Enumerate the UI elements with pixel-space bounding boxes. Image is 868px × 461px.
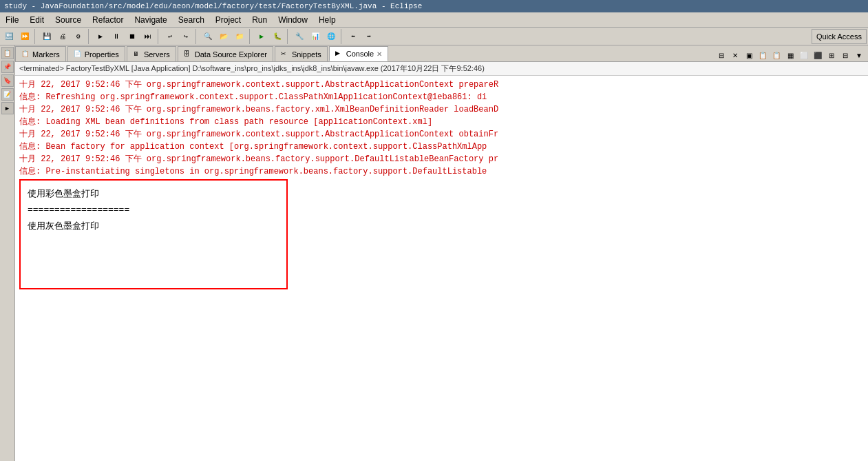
toolbar-btn-ext3[interactable]: 🌐 bbox=[324, 29, 339, 44]
console-tab-close[interactable]: ✕ bbox=[377, 50, 382, 58]
toolbar-sep-7 bbox=[341, 29, 343, 44]
tab-console[interactable]: ▶ Console ✕ bbox=[329, 46, 388, 61]
sidebar: 📋 📌 🔖 📝 ▶ bbox=[0, 45, 15, 461]
snippets-tab-icon: ✂ bbox=[281, 50, 289, 59]
console-line-8: 信息: Pre-instantiating singletons in org.… bbox=[19, 165, 864, 178]
highlighted-line-1: 使用彩色墨盒打印 bbox=[28, 186, 279, 202]
toolbar-btn-8[interactable]: ⏭ bbox=[140, 29, 156, 44]
toolbar-btn-13[interactable]: 📁 bbox=[232, 29, 247, 44]
tab-markers-label: Markers bbox=[32, 50, 60, 59]
menu-refactor[interactable]: Refactor bbox=[87, 12, 129, 27]
console-header-text: <terminated> FactoryTestByXML [Java Appl… bbox=[19, 63, 485, 74]
toolbar-sep-1 bbox=[34, 29, 37, 44]
tab-action-chevron[interactable]: ▼ bbox=[853, 49, 865, 61]
toolbar-btn-12[interactable]: 📂 bbox=[216, 29, 231, 44]
content-area: 📋 Markers 📄 Properties 🖥 Servers 🗄 Data … bbox=[15, 45, 868, 461]
menu-window[interactable]: Window bbox=[273, 12, 313, 27]
toolbar-btn-11[interactable]: 🔍 bbox=[200, 29, 215, 44]
menu-navigate[interactable]: Navigate bbox=[129, 12, 172, 27]
tab-action-6[interactable]: ▦ bbox=[784, 49, 796, 61]
toolbar-btn-1[interactable]: 🔙 bbox=[1, 29, 17, 44]
tab-markers[interactable]: 📋 Markers bbox=[15, 46, 66, 61]
toolbar-btn-4[interactable]: ⚙ bbox=[71, 29, 86, 44]
toolbar-btn-3[interactable]: 🖨 bbox=[55, 29, 70, 44]
console-line-7: 十月 22, 2017 9:52:46 下午 org.springframewo… bbox=[19, 153, 864, 165]
tab-action-1[interactable]: ⊟ bbox=[715, 49, 728, 61]
tab-bar: 📋 Markers 📄 Properties 🖥 Servers 🗄 Data … bbox=[15, 45, 868, 62]
toolbar-sep-6 bbox=[287, 29, 290, 44]
console-output[interactable]: 十月 22, 2017 9:52:46 下午 org.springframewo… bbox=[15, 76, 868, 461]
highlighted-line-blank2 bbox=[28, 251, 279, 267]
tab-servers-label: Servers bbox=[144, 50, 170, 59]
menu-run[interactable]: Run bbox=[246, 12, 273, 27]
tab-snippets[interactable]: ✂ Snippets bbox=[275, 46, 328, 61]
tab-actions: ⊟ ✕ ▣ 📋 📋 ▦ ⬜ ⬛ ⊞ ⊟ ▼ bbox=[715, 49, 868, 61]
menu-search[interactable]: Search bbox=[173, 12, 210, 27]
toolbar-btn-debug[interactable]: 🐛 bbox=[270, 29, 285, 44]
tab-action-7[interactable]: ⊞ bbox=[825, 49, 838, 61]
toolbar-btn-ext1[interactable]: 🔧 bbox=[292, 29, 307, 44]
toolbar: 🔙 ⏩ 💾 🖨 ⚙ ▶ ⏸ ⏹ ⏭ ↩ ↪ 🔍 📂 📁 ▶ 🐛 🔧 📊 🌐 ⬅ … bbox=[0, 28, 868, 45]
tab-servers[interactable]: 🖥 Servers bbox=[127, 46, 176, 61]
toolbar-btn-10[interactable]: ↪ bbox=[178, 29, 193, 44]
toolbar-btn-ext2[interactable]: 📊 bbox=[308, 29, 323, 44]
toolbar-sep-3 bbox=[158, 29, 160, 44]
toolbar-btn-ext5[interactable]: ➡ bbox=[361, 29, 377, 44]
console-line-5: 十月 22, 2017 9:52:46 下午 org.springframewo… bbox=[19, 128, 864, 141]
highlighted-line-2: =================== bbox=[28, 202, 279, 218]
menu-edit[interactable]: Edit bbox=[24, 12, 50, 27]
toolbar-sep-5 bbox=[249, 29, 252, 44]
sidebar-icon-2[interactable]: 📌 bbox=[1, 61, 14, 73]
console-line-6: 信息: Bean factory for application context… bbox=[19, 141, 864, 153]
main-area: 📋 📌 🔖 📝 ▶ 📋 Markers 📄 Properties 🖥 Serve… bbox=[0, 45, 868, 461]
tab-action-3[interactable]: ▣ bbox=[743, 49, 755, 61]
console-line-4: 信息: Loading XML bean definitions from cl… bbox=[19, 116, 864, 128]
datasource-tab-icon: 🗄 bbox=[184, 50, 192, 59]
menu-help[interactable]: Help bbox=[313, 12, 341, 27]
quick-access-button[interactable]: Quick Access bbox=[812, 29, 867, 44]
highlighted-line-blank bbox=[28, 234, 279, 250]
console-header: <terminated> FactoryTestByXML [Java Appl… bbox=[15, 62, 868, 76]
sidebar-icon-5[interactable]: ▶ bbox=[1, 102, 14, 114]
sidebar-icon-4[interactable]: 📝 bbox=[1, 88, 14, 101]
tab-properties[interactable]: 📄 Properties bbox=[67, 46, 125, 61]
properties-tab-icon: 📄 bbox=[74, 50, 82, 59]
toolbar-btn-6[interactable]: ⏸ bbox=[109, 29, 124, 44]
tab-action-minimize[interactable]: ⬜ bbox=[798, 49, 810, 61]
tab-action-maximize[interactable]: ⬛ bbox=[812, 49, 824, 61]
menu-project[interactable]: Project bbox=[210, 12, 246, 27]
toolbar-btn-5[interactable]: ▶ bbox=[93, 29, 108, 44]
tab-data-source-label: Data Source Explorer bbox=[195, 50, 267, 59]
highlighted-line-3: 使用灰色墨盒打印 bbox=[28, 218, 279, 234]
tab-data-source[interactable]: 🗄 Data Source Explorer bbox=[178, 46, 273, 61]
toolbar-btn-2[interactable]: ⏩ bbox=[17, 29, 32, 44]
menu-source[interactable]: Source bbox=[50, 12, 87, 27]
tab-action-5[interactable]: 📋 bbox=[770, 49, 783, 61]
console-empty-area bbox=[19, 289, 864, 393]
highlighted-line-blank3 bbox=[28, 267, 279, 283]
tab-action-4[interactable]: 📋 bbox=[756, 49, 769, 61]
markers-tab-icon: 📋 bbox=[21, 50, 30, 59]
tab-action-8[interactable]: ⊟ bbox=[839, 49, 851, 61]
console-tab-icon: ▶ bbox=[335, 50, 343, 58]
toolbar-btn-run[interactable]: ▶ bbox=[254, 29, 269, 44]
tab-snippets-label: Snippets bbox=[292, 50, 321, 59]
servers-tab-icon: 🖥 bbox=[133, 50, 141, 59]
toolbar-btn-7[interactable]: ⏹ bbox=[125, 29, 140, 44]
sidebar-icon-1[interactable]: 📋 bbox=[1, 47, 14, 59]
toolbar-btn-ext4[interactable]: ⬅ bbox=[346, 29, 361, 44]
menu-file[interactable]: File bbox=[0, 12, 24, 27]
console-line-3: 十月 22, 2017 9:52:46 下午 org.springframewo… bbox=[19, 103, 864, 116]
toolbar-btn-save[interactable]: 💾 bbox=[39, 29, 54, 44]
highlighted-output-box: 使用彩色墨盒打印 =================== 使用灰色墨盒打印 bbox=[19, 179, 288, 289]
sidebar-icon-3[interactable]: 🔖 bbox=[1, 74, 14, 87]
menu-bar: File Edit Source Refactor Navigate Searc… bbox=[0, 12, 868, 28]
tab-properties-label: Properties bbox=[85, 50, 119, 59]
title-text: study - JavaFoundation/src/model/edu/aeo… bbox=[4, 2, 422, 10]
toolbar-sep-2 bbox=[88, 29, 91, 44]
toolbar-btn-9[interactable]: ↩ bbox=[162, 29, 178, 44]
console-line-2: 信息: Refreshing org.springframework.conte… bbox=[19, 91, 864, 103]
tab-action-2[interactable]: ✕ bbox=[729, 49, 741, 61]
console-line-1: 十月 22, 2017 9:52:46 下午 org.springframewo… bbox=[19, 79, 864, 91]
title-bar: study - JavaFoundation/src/model/edu/aeo… bbox=[0, 0, 868, 12]
